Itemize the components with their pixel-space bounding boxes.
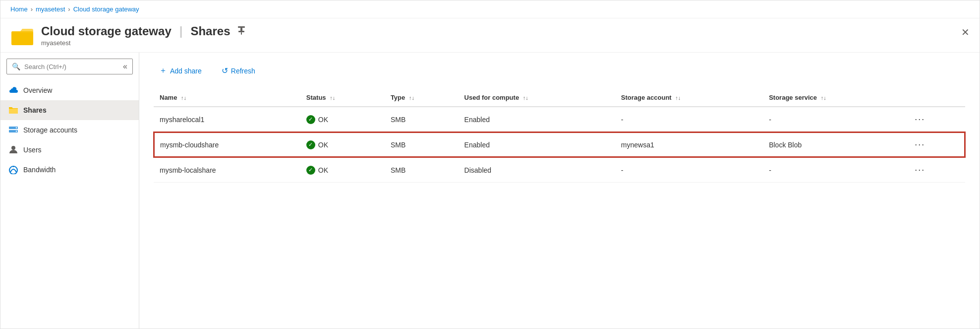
main-layout: 🔍 « Overview [0, 53, 980, 329]
sidebar-item-overview[interactable]: Overview [0, 80, 139, 100]
cell-storage-account: mynewsa1 [615, 132, 763, 157]
cell-status: ✓OK [300, 107, 385, 132]
sidebar-item-bandwidth[interactable]: Bandwidth [0, 160, 139, 180]
sort-icon-name: ↑↓ [181, 95, 186, 101]
storage-icon [8, 125, 18, 135]
cell-storage-account: - [615, 107, 763, 132]
refresh-icon: ↺ [222, 66, 228, 75]
sidebar-label-bandwidth: Bandwidth [23, 166, 56, 174]
svg-rect-5 [241, 32, 242, 35]
ok-check-icon: ✓ [306, 166, 315, 175]
toolbar: ＋ Add share ↺ Refresh [153, 63, 966, 79]
add-share-button[interactable]: ＋ Add share [153, 63, 208, 79]
header-title: Cloud storage gateway | Shares [41, 24, 246, 38]
cell-storage-service: - [763, 157, 906, 183]
breadcrumb-home[interactable]: Home [10, 5, 28, 13]
cell-name: mysharelocal1 [154, 107, 300, 132]
header-title-group: Cloud storage gateway | Shares myasetest [41, 24, 246, 47]
sidebar-label-users: Users [23, 146, 42, 154]
cell-used-for-compute: Enabled [459, 107, 615, 132]
page-header: Cloud storage gateway | Shares myasetest… [0, 18, 980, 53]
table-header-row: Name ↑↓ Status ↑↓ Type ↑↓ Used for com [154, 89, 965, 107]
sort-icon-type: ↑↓ [409, 95, 414, 101]
sort-icon-status: ↑↓ [330, 95, 335, 101]
content-area: ＋ Add share ↺ Refresh Name ↑↓ [139, 53, 980, 329]
collapse-sidebar-button[interactable]: « [123, 62, 127, 71]
app-container: Home › myasetest › Cloud storage gateway… [0, 0, 980, 329]
refresh-label: Refresh [231, 67, 255, 75]
more-actions-button[interactable]: ··· [912, 138, 928, 151]
folder-icon [8, 105, 18, 115]
sidebar-label-overview: Overview [23, 86, 52, 94]
more-actions-button[interactable]: ··· [912, 164, 928, 176]
cell-name: mysmb-cloudshare [154, 132, 300, 157]
cell-type: SMB [385, 132, 459, 157]
user-icon [8, 145, 18, 155]
svg-point-9 [16, 131, 17, 132]
cell-used-for-compute: Disabled [459, 157, 615, 183]
refresh-button[interactable]: ↺ Refresh [216, 63, 261, 78]
sidebar-item-storage-accounts[interactable]: Storage accounts [0, 120, 139, 140]
col-name[interactable]: Name ↑↓ [154, 89, 300, 107]
sort-icon-service: ↑↓ [821, 95, 826, 101]
sort-icon-compute: ↑↓ [523, 95, 528, 101]
resource-subtitle: myasetest [41, 39, 246, 47]
col-type[interactable]: Type ↑↓ [385, 89, 459, 107]
col-storage-service[interactable]: Storage service ↑↓ [763, 89, 906, 107]
sidebar-item-users[interactable]: Users [0, 140, 139, 160]
svg-point-11 [9, 166, 17, 174]
search-input[interactable] [24, 63, 119, 70]
table-row[interactable]: mysharelocal1✓OKSMBEnabled--··· [154, 107, 965, 132]
col-actions [906, 89, 965, 107]
sort-icon-account: ↑↓ [675, 95, 681, 101]
pin-icon[interactable] [236, 25, 246, 38]
svg-rect-1 [11, 31, 33, 45]
cell-status: ✓OK [300, 132, 385, 157]
cell-storage-account: - [615, 157, 763, 183]
resource-name: Cloud storage gateway [41, 24, 172, 38]
cell-status: ✓OK [300, 157, 385, 183]
more-actions-button[interactable]: ··· [912, 113, 928, 126]
cell-storage-service: Block Blob [763, 132, 906, 157]
col-used-for-compute[interactable]: Used for compute ↑↓ [459, 89, 615, 107]
resource-icon [10, 24, 34, 48]
cell-more-actions: ··· [906, 132, 965, 157]
sidebar-item-shares[interactable]: Shares [0, 100, 139, 120]
bandwidth-icon [8, 165, 18, 175]
cell-more-actions: ··· [906, 107, 965, 132]
col-storage-account[interactable]: Storage account ↑↓ [615, 89, 763, 107]
cloud-icon [8, 85, 18, 95]
sidebar-label-storage-accounts: Storage accounts [23, 126, 77, 134]
cell-storage-service: - [763, 107, 906, 132]
cell-more-actions: ··· [906, 157, 965, 183]
svg-rect-2 [238, 26, 245, 28]
svg-point-10 [11, 146, 15, 150]
breadcrumb: Home › myasetest › Cloud storage gateway [0, 0, 980, 18]
search-box[interactable]: 🔍 « [6, 59, 133, 74]
cell-name: mysmb-localshare [154, 157, 300, 183]
ok-check-icon: ✓ [306, 140, 315, 149]
close-button[interactable]: ✕ [961, 26, 970, 38]
ok-check-icon: ✓ [306, 115, 315, 124]
add-share-label: Add share [170, 67, 202, 75]
breadcrumb-myasetest[interactable]: myasetest [36, 5, 65, 13]
section-name: Shares [190, 24, 230, 38]
col-status[interactable]: Status ↑↓ [300, 89, 385, 107]
svg-rect-4 [238, 31, 244, 32]
add-icon: ＋ [159, 66, 167, 76]
shares-table: Name ↑↓ Status ↑↓ Type ↑↓ Used for com [153, 89, 966, 183]
breadcrumb-gateway[interactable]: Cloud storage gateway [73, 5, 139, 13]
cell-type: SMB [385, 107, 459, 132]
cell-type: SMB [385, 157, 459, 183]
search-icon: 🔍 [12, 63, 20, 70]
table-row[interactable]: mysmb-localshare✓OKSMBDisabled--··· [154, 157, 965, 183]
svg-point-8 [16, 127, 17, 128]
svg-rect-3 [240, 28, 242, 31]
cell-used-for-compute: Enabled [459, 132, 615, 157]
sidebar-label-shares: Shares [23, 106, 47, 114]
table-row[interactable]: mysmb-cloudshare✓OKSMBEnabledmynewsa1Blo… [154, 132, 965, 157]
sidebar: 🔍 « Overview [0, 53, 139, 329]
